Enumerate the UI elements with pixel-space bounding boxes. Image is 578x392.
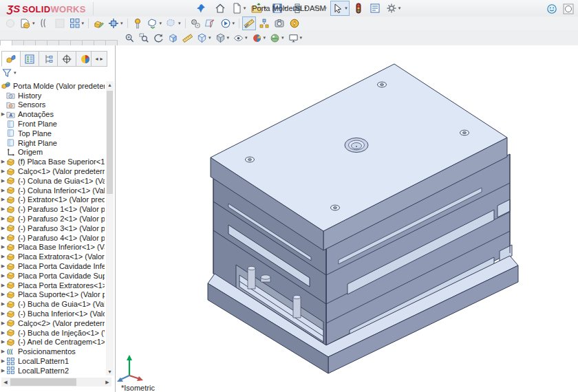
expand-arrow-icon[interactable]: ▶: [0, 283, 6, 288]
tree-row[interactable]: ▶ Right Plane: [0, 138, 105, 148]
expand-arrow-icon[interactable]: ▶: [0, 254, 6, 259]
view-tool-button[interactable]: ▾: [232, 32, 249, 44]
pin-menubar-icon[interactable]: [195, 3, 206, 14]
toolbar-button[interactable]: [257, 17, 271, 30]
quickbar-button[interactable]: [351, 1, 366, 16]
tree-row[interactable]: ▶ Placa Porta Extratores<1> (Valor p: [0, 281, 105, 290]
expand-arrow-icon[interactable]: ▶: [0, 349, 6, 354]
toolbar-button[interactable]: [92, 17, 105, 30]
command-tab[interactable]: [105, 40, 118, 45]
command-tab[interactable]: [0, 40, 12, 45]
toolbar-button[interactable]: ▾: [219, 17, 237, 30]
dropdown-caret-icon[interactable]: ▾: [264, 35, 266, 41]
dropdown-caret-icon[interactable]: ▾: [244, 6, 246, 11]
toolbar-button[interactable]: [131, 17, 144, 30]
toolbar-button[interactable]: ▾: [19, 17, 36, 30]
dropdown-caret-icon[interactable]: ▾: [284, 6, 287, 11]
manager-tab[interactable]: [39, 51, 58, 67]
command-tab[interactable]: [35, 40, 47, 45]
tree-row[interactable]: ▶ (-) Bucha Inferior<1> (Valor pred: [0, 309, 105, 318]
expand-arrow-icon[interactable]: ▶: [0, 168, 6, 174]
guide-pin[interactable]: [293, 295, 301, 318]
screw-hole[interactable]: [246, 157, 255, 162]
tree-row[interactable]: ▶ (-) Parafuso 1<1> (Valor predeter: [0, 204, 105, 214]
tree-row[interactable]: ▶ (-) Extrator<1> (Valor predetermi: [0, 195, 105, 205]
dropdown-caret-icon[interactable]: ▾: [345, 6, 347, 11]
tree-row[interactable]: ▶ (-) Anel de Centragem<1> (Valor: [0, 338, 105, 347]
expand-arrow-icon[interactable]: ▶: [0, 197, 6, 202]
tree-row[interactable]: ▶ Placa Suporte<1> (Valor predeter: [0, 290, 105, 300]
quickbar-button[interactable]: [213, 1, 228, 16]
dropdown-caret-icon[interactable]: ▾: [82, 21, 85, 26]
toolbar-button[interactable]: [53, 17, 67, 30]
tree-row[interactable]: ▶ (-) Bucha de Injeção<1> (Valor p: [0, 328, 105, 338]
mold-assembly-model[interactable]: *Isometric: [116, 45, 578, 392]
expand-arrow-icon[interactable]: ▶: [0, 216, 6, 221]
view-tool-button[interactable]: [181, 32, 194, 44]
manager-tab[interactable]: [57, 51, 76, 67]
tree-horizontal-scrollbar[interactable]: ◀ ▶: [1, 378, 111, 386]
command-tab[interactable]: [82, 40, 94, 45]
expand-arrow-icon[interactable]: ▶: [0, 244, 6, 250]
tree-row[interactable]: ▶ (-) Coluna de Guia<1> (Valor pre: [0, 176, 105, 186]
quickbar-button[interactable]: ▾: [330, 1, 350, 16]
screw-hole[interactable]: [378, 82, 387, 87]
scroll-down-icon[interactable]: ▼: [106, 368, 114, 375]
view-tool-button[interactable]: [138, 32, 151, 44]
tree-row[interactable]: ▶ (-) Parafuso 3<1> (Valor predeter: [0, 224, 105, 233]
filter-caret-icon[interactable]: ▾: [14, 70, 17, 76]
toolbar-button[interactable]: [288, 17, 301, 30]
quickbar-button[interactable]: [367, 1, 383, 16]
titlebar-right-button[interactable]: [544, 1, 559, 17]
expand-arrow-icon[interactable]: ▶: [0, 320, 6, 326]
expand-arrow-icon[interactable]: ▶: [0, 159, 6, 164]
quickbar-button[interactable]: ▾: [229, 1, 248, 16]
horizontal-scroll-thumb[interactable]: [10, 378, 76, 386]
dropdown-caret-icon[interactable]: ▾: [178, 21, 181, 26]
titlebar-right-button[interactable]: [561, 1, 576, 17]
quickbar-button[interactable]: ▾: [270, 1, 289, 16]
menu-item[interactable]: [116, 6, 128, 10]
expand-arrow-icon[interactable]: ▶: [0, 226, 6, 231]
dropdown-caret-icon[interactable]: ▾: [300, 35, 303, 41]
view-tool-button[interactable]: [167, 32, 180, 44]
tree-row[interactable]: ▶ Placa Porta Cavidade Inferior<1>: [0, 261, 105, 271]
view-tool-button[interactable]: [152, 32, 165, 44]
toolbar-button[interactable]: [189, 17, 202, 30]
expand-arrow-icon[interactable]: ▶: [0, 292, 6, 297]
toolbar-button[interactable]: [204, 17, 217, 30]
expand-arrow-icon[interactable]: ▶: [0, 358, 6, 364]
toolbar-button[interactable]: ▾: [68, 17, 86, 30]
expand-arrow-icon[interactable]: ▶: [0, 263, 6, 269]
menu-item[interactable]: [128, 6, 140, 10]
expand-arrow-icon[interactable]: ▶: [0, 111, 6, 117]
view-tool-button[interactable]: ▾: [214, 32, 231, 44]
menu-item[interactable]: [103, 6, 116, 10]
dropdown-caret-icon[interactable]: ▾: [227, 35, 230, 41]
manager-tab[interactable]: [1, 51, 21, 67]
tree-row[interactable]: ▶ LocalLPattern1: [0, 356, 105, 366]
toolbar-button[interactable]: [272, 17, 286, 30]
scroll-right-icon[interactable]: ▸: [100, 56, 103, 62]
tree-row[interactable]: ▶ Calço<1> (Valor predeterminado: [0, 166, 105, 176]
dropdown-caret-icon[interactable]: ▾: [281, 35, 284, 41]
tree-row[interactable]: ▶ (-) Bucha de Guia<1> (Valor pred: [0, 299, 105, 309]
filter-funnel-icon[interactable]: [1, 67, 12, 78]
expand-arrow-icon[interactable]: ▶: [0, 301, 6, 307]
dropdown-caret-icon[interactable]: ▾: [245, 35, 248, 41]
tree-row[interactable]: ▶ History: [0, 91, 105, 100]
command-tab[interactable]: [12, 40, 24, 45]
command-tab[interactable]: [23, 40, 36, 45]
scroll-up-icon[interactable]: ▲: [106, 81, 114, 89]
tree-row[interactable]: ▶ Posicionamentos: [0, 347, 105, 356]
toolbar-button[interactable]: [38, 17, 52, 30]
expand-arrow-icon[interactable]: ▶: [0, 339, 6, 345]
centering-ring[interactable]: [345, 138, 368, 153]
view-tool-button[interactable]: ▾: [195, 32, 213, 44]
tree-row[interactable]: ▶ Placa Extratora<1> (Valor predete: [0, 252, 105, 261]
tree-row[interactable]: ▶ Calço<2> (Valor predeterminado: [0, 318, 105, 328]
tree-row[interactable]: ▶ Placa Porta Cavidade Superior<1:: [0, 271, 105, 281]
tree-row[interactable]: ▶ Front Plane: [0, 119, 105, 129]
vertical-scroll-thumb[interactable]: [107, 91, 113, 194]
quickbar-button[interactable]: ▾: [310, 1, 330, 16]
